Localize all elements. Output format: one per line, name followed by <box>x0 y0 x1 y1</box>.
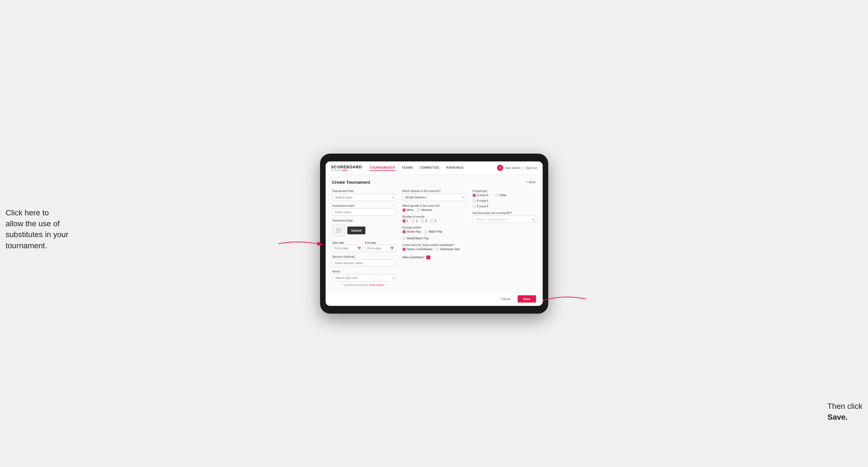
venue-label: Venue <box>332 270 396 273</box>
format-5count4-radio[interactable] <box>472 194 476 197</box>
format-6count5[interactable]: 6 count 5 <box>472 205 536 208</box>
end-date-icon: 📅 <box>390 247 394 250</box>
gender-mens-radio[interactable] <box>402 209 406 212</box>
scoring-stroke-radio[interactable] <box>402 230 406 234</box>
division-wrapper: NCAA Division I <box>402 194 466 201</box>
format-label: Format type <box>472 189 536 193</box>
rounds-2-radio[interactable] <box>412 219 415 223</box>
gender-womens-label: Womens <box>421 209 432 212</box>
format-other[interactable]: Other <box>495 194 506 197</box>
upload-button[interactable]: Upload <box>347 226 365 234</box>
venue-email-link[interactable]: email support <box>369 284 384 286</box>
cancel-button[interactable]: Cancel <box>496 295 515 303</box>
format-6count5-label: 6 count 5 <box>477 205 488 208</box>
tournament-host-label: Tournament Host <box>332 189 396 193</box>
sign-out-link[interactable]: Sign out <box>526 166 537 169</box>
nav-separator: | <box>523 166 524 169</box>
start-date-label: Start date <box>332 241 344 244</box>
logo-powered: Powered by clippd <box>331 169 362 171</box>
scoring-stroke[interactable]: Stroke Play <box>402 230 421 234</box>
form-grid: Tournament Host Tournament name Tourname… <box>332 189 536 286</box>
tournament-logo-label: Tournament logo <box>332 219 396 222</box>
format-5count4[interactable]: 5 count 4 <box>472 194 488 197</box>
venue-input[interactable] <box>332 274 396 281</box>
gender-mens-label: Mens <box>407 209 413 212</box>
format-other-radio[interactable] <box>495 194 498 197</box>
rounds-1[interactable]: 1 <box>402 219 408 223</box>
tournament-name-group: Tournament name <box>332 204 396 216</box>
start-date-icon: 📅 <box>357 247 361 250</box>
page-content: Create Tournament < Back Tournament Host… <box>326 175 543 292</box>
format-6count4[interactable]: 6 count 4 <box>472 199 536 203</box>
nav-tournaments[interactable]: TOURNAMENTS <box>370 165 395 171</box>
event-individuals-radio[interactable] <box>436 248 439 251</box>
gender-womens-radio[interactable] <box>417 209 420 212</box>
avatar: B <box>497 165 503 171</box>
scoring-match-label: Match Play <box>429 230 442 233</box>
event-type-group: Is this event for Teams and/or Individua… <box>402 244 466 251</box>
format-row-1: 5 count 4 Other <box>472 194 536 197</box>
scoring-match-radio[interactable] <box>425 230 428 234</box>
svg-point-1 <box>337 229 338 230</box>
scoring-stroke-label: Stroke Play <box>407 230 421 233</box>
rounds-3-label: 3 <box>426 219 427 222</box>
nav-rankings[interactable]: RANKINGS <box>446 165 464 171</box>
event-type-radio-group: Teams (+Individuals) Individuals Only <box>402 248 466 251</box>
format-6count4-radio[interactable] <box>472 199 476 203</box>
gender-mens[interactable]: Mens <box>402 209 413 212</box>
rounds-4-label: 4 <box>435 219 436 222</box>
tournament-name-label: Tournament name <box>332 204 396 207</box>
tournament-host-input[interactable] <box>332 194 396 201</box>
nav-committee[interactable]: COMMITTEE <box>420 165 439 171</box>
tournament-host-wrapper <box>332 194 396 201</box>
format-5count4-label: 5 count 4 <box>477 194 488 197</box>
gender-womens[interactable]: Womens <box>417 209 432 212</box>
format-group: Format type 5 count 4 Other <box>472 189 536 208</box>
rounds-4[interactable]: 4 <box>430 219 436 223</box>
rounds-4-radio[interactable] <box>430 219 434 223</box>
tournament-name-input[interactable] <box>332 209 396 216</box>
annotation-left-line3: substitutes in your <box>6 230 68 239</box>
venue-wrapper <box>332 274 396 281</box>
scoring-medal[interactable]: Medal Match Play <box>402 237 429 240</box>
rounds-3[interactable]: 3 <box>421 219 427 223</box>
end-date-group: End date 📅 <box>365 240 396 252</box>
sponsor-label: Sponsor (optional) <box>332 255 396 258</box>
gender-label: Which gender is the event for? <box>402 204 466 207</box>
rounds-3-radio[interactable] <box>421 219 425 223</box>
rounds-1-radio[interactable] <box>402 219 406 223</box>
rounds-2[interactable]: 2 <box>412 219 418 223</box>
scoring-api-select[interactable]: Select a scoring service <box>472 216 536 223</box>
format-6count5-radio[interactable] <box>472 205 476 208</box>
sponsor-input[interactable] <box>332 259 396 267</box>
scoring-medal-radio[interactable] <box>402 237 406 240</box>
format-options: 5 count 4 Other 6 count 4 <box>472 194 536 208</box>
nav-links: TOURNAMENTS TEAMS COMMITTEE RANKINGS <box>370 165 497 171</box>
page-title: Create Tournament <box>332 180 370 185</box>
division-label: Which division is the event for? <box>402 189 466 193</box>
page-header: Create Tournament < Back <box>332 180 536 185</box>
save-button[interactable]: Save <box>518 295 536 303</box>
back-link[interactable]: < Back <box>527 180 536 184</box>
event-teams-label: Teams (+Individuals) <box>407 248 432 251</box>
event-teams[interactable]: Teams (+Individuals) <box>402 248 432 251</box>
logo-scoreboard: SCOREBOARD <box>331 165 362 169</box>
event-individuals-label: Individuals Only <box>440 248 460 251</box>
tournament-logo-group: Tournament logo Upload <box>332 219 396 237</box>
event-teams-radio[interactable] <box>402 248 406 251</box>
start-date-wrapper: 📅 <box>332 245 363 252</box>
venue-group: Venue Can't find your venue? email suppo… <box>332 270 396 286</box>
scoring-api-label: Use third-party live scoring API? <box>472 212 536 215</box>
substitutes-checkbox[interactable]: ✓ <box>426 255 430 259</box>
date-row: Start date 📅 End date 📅 <box>332 240 396 252</box>
navbar: SCOREBOARD Powered by clippd TOURNAMENTS… <box>326 161 543 175</box>
logo-area: SCOREBOARD Powered by clippd <box>331 165 362 171</box>
nav-teams[interactable]: TEAMS <box>402 165 413 171</box>
division-select[interactable]: NCAA Division I <box>402 194 466 201</box>
substitutes-item[interactable]: Allow substitutes? ✓ <box>402 255 466 259</box>
form-section-middle: Which division is the event for? NCAA Di… <box>402 189 466 286</box>
event-individuals[interactable]: Individuals Only <box>436 248 460 251</box>
scoring-match[interactable]: Match Play <box>425 230 442 234</box>
tablet-frame: SCOREBOARD Powered by clippd TOURNAMENTS… <box>320 154 548 314</box>
date-group: Start date 📅 End date 📅 <box>332 240 396 252</box>
